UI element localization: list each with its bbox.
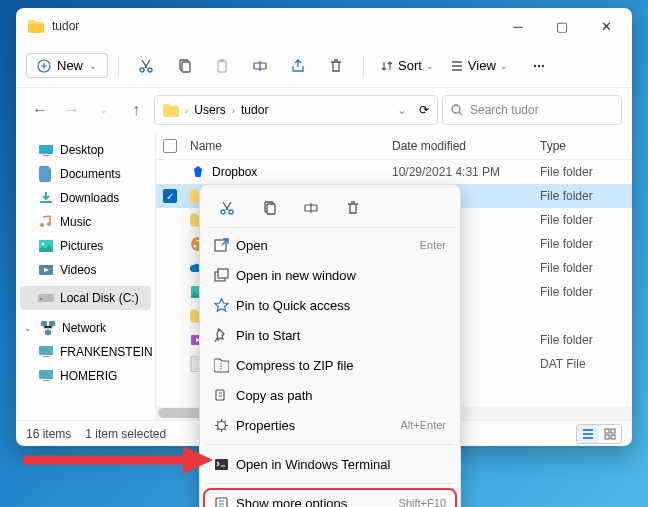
- svg-rect-4: [182, 62, 190, 72]
- navbar: ← → ⌄ ↑ › Users › tudor ⌄ ⟳ Search tudor: [16, 88, 632, 132]
- sidebar-item-music[interactable]: Music: [16, 210, 155, 234]
- svg-point-14: [40, 223, 44, 227]
- refresh-button[interactable]: ⟳: [419, 103, 429, 117]
- svg-point-38: [229, 210, 233, 214]
- more-button[interactable]: [522, 51, 556, 81]
- ctx-delete-button[interactable]: [336, 193, 370, 223]
- col-date[interactable]: Date modified: [392, 139, 540, 153]
- svg-point-15: [47, 222, 51, 226]
- arrow-annotation: [18, 440, 218, 480]
- svg-rect-25: [43, 356, 49, 357]
- new-button[interactable]: New ⌄: [26, 53, 108, 78]
- svg-rect-12: [39, 145, 53, 154]
- folder-icon: [28, 20, 44, 33]
- ctx-pin-quick-access[interactable]: Pin to Quick access: [204, 290, 456, 320]
- file-row[interactable]: Dropbox10/29/2021 4:31 PMFile folder: [156, 160, 632, 184]
- back-button[interactable]: ←: [26, 96, 54, 124]
- ctx-pin-start[interactable]: Pin to Start: [204, 320, 456, 350]
- svg-rect-40: [267, 204, 275, 214]
- paste-button[interactable]: [205, 51, 239, 81]
- svg-rect-36: [611, 435, 615, 439]
- forward-button[interactable]: →: [58, 96, 86, 124]
- col-type[interactable]: Type: [540, 139, 632, 153]
- sidebar-item-network[interactable]: ⌄Network: [16, 316, 155, 340]
- cut-button[interactable]: [129, 51, 163, 81]
- svg-point-10: [542, 64, 544, 66]
- svg-point-2: [148, 68, 152, 72]
- svg-rect-24: [39, 346, 53, 355]
- svg-rect-44: [218, 269, 228, 278]
- window-title: tudor: [52, 19, 496, 33]
- toolbar: New ⌄ Sort⌄ View⌄: [16, 44, 632, 88]
- sidebar-item-desktop[interactable]: Desktop: [16, 138, 155, 162]
- address-bar[interactable]: › Users › tudor ⌄ ⟳: [154, 95, 438, 125]
- sort-button[interactable]: Sort⌄: [374, 54, 440, 77]
- svg-point-8: [534, 64, 536, 66]
- svg-rect-34: [611, 429, 615, 433]
- svg-point-1: [140, 68, 144, 72]
- ctx-cut-button[interactable]: [210, 193, 244, 223]
- thumbnails-view-icon[interactable]: [599, 425, 621, 443]
- titlebar: tudor ─ ▢ ✕: [16, 8, 632, 44]
- breadcrumb[interactable]: tudor: [241, 103, 268, 117]
- ctx-copy-button[interactable]: [252, 193, 286, 223]
- sidebar-item-local-disk[interactable]: Local Disk (C:): [20, 286, 151, 310]
- context-menu: OpenEnter Open in new window Pin to Quic…: [199, 184, 461, 507]
- ctx-properties[interactable]: PropertiesAlt+Enter: [204, 410, 456, 440]
- svg-point-17: [42, 243, 45, 246]
- maximize-button[interactable]: ▢: [540, 11, 584, 41]
- sidebar-item-network-pc[interactable]: HOMERIG: [16, 364, 155, 388]
- ctx-open[interactable]: OpenEnter: [204, 230, 456, 260]
- sidebar: Desktop Documents Downloads Music Pictur…: [16, 132, 156, 420]
- svg-point-9: [538, 64, 540, 66]
- col-name[interactable]: Name: [184, 139, 392, 153]
- sidebar-item-network-pc[interactable]: FRANKENSTEIN: [16, 340, 155, 364]
- ctx-rename-button[interactable]: [294, 193, 328, 223]
- svg-point-11: [452, 105, 460, 113]
- view-button[interactable]: View⌄: [444, 54, 514, 77]
- ctx-copy-path[interactable]: Copy as path: [204, 380, 456, 410]
- folder-icon: [163, 104, 179, 117]
- ctx-open-new-window[interactable]: Open in new window: [204, 260, 456, 290]
- svg-rect-6: [220, 59, 224, 62]
- row-checkbox[interactable]: ✓: [163, 189, 177, 203]
- svg-point-29: [194, 245, 197, 248]
- svg-rect-35: [605, 435, 609, 439]
- details-view-icon[interactable]: [577, 425, 599, 443]
- svg-rect-23: [45, 330, 51, 335]
- sidebar-item-pictures[interactable]: Pictures: [16, 234, 155, 258]
- svg-rect-33: [605, 429, 609, 433]
- ctx-show-more-options[interactable]: Show more optionsShift+F10: [204, 488, 456, 507]
- search-icon: [451, 104, 464, 117]
- item-count: 16 items: [26, 427, 71, 441]
- svg-rect-42: [215, 240, 226, 251]
- svg-rect-21: [41, 321, 47, 326]
- view-toggle[interactable]: [576, 424, 622, 444]
- ctx-compress-zip[interactable]: Compress to ZIP file: [204, 350, 456, 380]
- ctx-open-terminal[interactable]: Open in Windows Terminal: [204, 449, 456, 479]
- plus-icon: [37, 59, 51, 73]
- up-button[interactable]: ↑: [122, 96, 150, 124]
- new-label: New: [57, 58, 83, 73]
- copy-button[interactable]: [167, 51, 201, 81]
- svg-rect-26: [39, 370, 53, 379]
- breadcrumb[interactable]: Users: [194, 103, 225, 117]
- selected-count: 1 item selected: [85, 427, 166, 441]
- sidebar-item-videos[interactable]: Videos: [16, 258, 155, 282]
- sidebar-item-downloads[interactable]: Downloads: [16, 186, 155, 210]
- svg-rect-27: [43, 380, 49, 381]
- share-button[interactable]: [281, 51, 315, 81]
- recent-dropdown[interactable]: ⌄: [90, 96, 118, 124]
- svg-rect-48: [216, 498, 227, 508]
- delete-button[interactable]: [319, 51, 353, 81]
- select-all-checkbox[interactable]: [163, 139, 177, 153]
- svg-rect-22: [49, 321, 55, 326]
- rename-button[interactable]: [243, 51, 277, 81]
- svg-rect-13: [43, 155, 49, 156]
- sidebar-item-documents[interactable]: Documents: [16, 162, 155, 186]
- minimize-button[interactable]: ─: [496, 11, 540, 41]
- close-button[interactable]: ✕: [584, 11, 628, 41]
- svg-rect-45: [216, 390, 224, 400]
- search-input[interactable]: Search tudor: [442, 95, 622, 125]
- svg-rect-20: [40, 298, 42, 300]
